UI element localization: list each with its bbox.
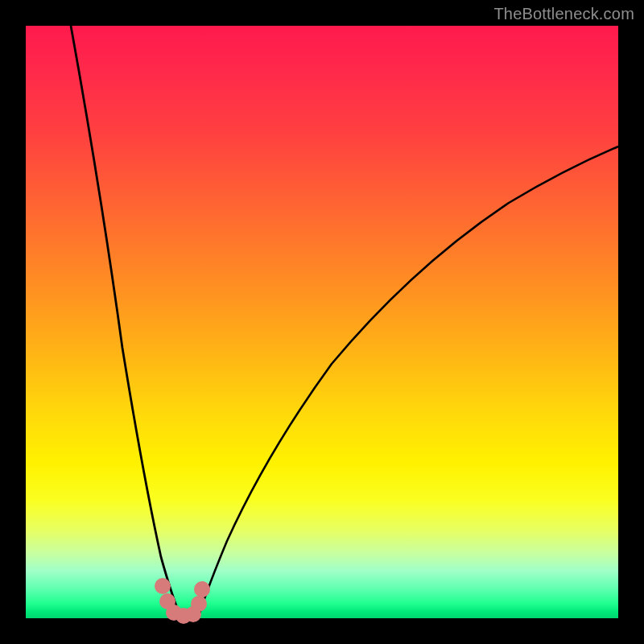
- marker-dot: [194, 581, 210, 597]
- watermark-text: TheBottleneck.com: [493, 5, 634, 23]
- marker-dot: [191, 596, 207, 612]
- chart-svg: [26, 26, 618, 618]
- chart-frame: TheBottleneck.com: [0, 0, 644, 644]
- right-curve: [199, 147, 618, 616]
- chart-plot-area: [26, 26, 618, 618]
- marker-group: [155, 578, 210, 624]
- left-curve: [71, 26, 180, 616]
- marker-dot: [155, 578, 171, 594]
